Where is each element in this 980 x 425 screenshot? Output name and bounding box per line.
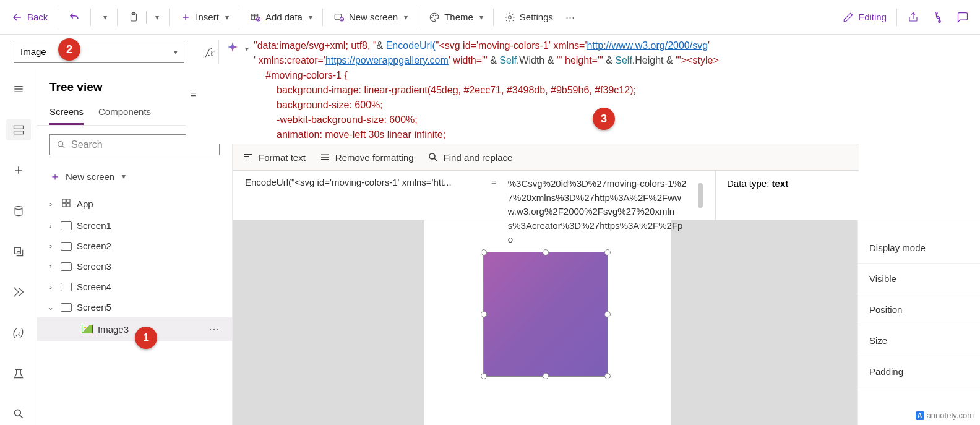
more-icon[interactable]: ⋯ [208,322,226,336]
resize-handle[interactable] [481,249,487,255]
resize-handle[interactable] [604,311,611,317]
back-button[interactable]: Back [5,7,54,27]
selected-image[interactable] [484,252,608,376]
svg-rect-19 [67,199,70,202]
tree-label: Screen2 [77,241,111,251]
screen-icon [61,242,72,251]
resize-handle[interactable] [543,373,549,379]
prop-padding[interactable]: Padding [858,356,980,387]
check-button[interactable] [926,7,950,27]
svg-point-11 [939,20,940,22]
settings-button[interactable]: Settings [497,7,559,27]
prop-display-mode[interactable]: Display mode [858,233,980,264]
tree-item-screen5[interactable]: ⌄ Screen5 [37,297,232,317]
rail-data[interactable] [6,200,31,222]
tab-components[interactable]: Components [98,103,151,125]
theme-button[interactable]: Theme ▾ [422,7,489,27]
formula-actions-bar: Format text Remove formatting Find and r… [233,144,859,171]
copilot-icon[interactable] [225,41,240,56]
remove-formatting-button[interactable]: Remove formatting [319,152,414,163]
separator [896,9,897,26]
back-label: Back [27,12,48,22]
rail-power-automate[interactable] [6,281,31,303]
rail-variables[interactable]: (𝑥) [6,322,31,344]
chevron-down-icon: ▾ [404,13,408,22]
rail-tools[interactable] [6,363,31,385]
tree-item-screen3[interactable]: › Screen3 [37,256,232,277]
evaluation-bar: EncodeUrl("<svg id='moving-colors-1' xml… [233,171,980,220]
tree-item-screen1[interactable]: › Screen1 [37,215,232,236]
plus-icon [179,11,192,24]
editing-label: Editing [858,12,887,22]
top-toolbar: Back ▾ ▾ Insert ▾ Add data ▾ New screen … [0,0,980,35]
chevron-right-icon: › [46,283,56,291]
separator [239,9,239,26]
property-dropdown[interactable]: Image ▾ [14,41,184,63]
svg-rect-18 [62,199,66,202]
tab-screens[interactable]: Screens [49,103,84,125]
resize-handle[interactable] [481,311,487,317]
tree-item-screen2[interactable]: › Screen2 [37,236,232,256]
insert-button[interactable]: Insert ▾ [173,7,235,27]
image-icon [82,325,93,333]
format-text-button[interactable]: Format text [243,152,306,163]
comment-button[interactable] [950,7,975,27]
svg-point-17 [58,142,63,147]
tree-label: Screen5 [77,302,111,312]
scrollbar[interactable] [698,183,703,208]
chevron-right-icon: › [46,200,56,208]
tree-item-app[interactable]: › App [37,192,232,215]
table-icon [249,11,262,24]
screen-plus-icon [333,11,345,24]
overflow-button[interactable]: ⋯ [559,8,581,27]
clipboard-icon [127,11,140,24]
resize-handle[interactable] [604,373,611,379]
svg-rect-20 [62,204,66,207]
tree-item-screen4[interactable]: › Screen4 [37,277,232,297]
svg-point-16 [14,410,20,416]
settings-label: Settings [520,12,553,22]
new-screen-button[interactable]: New screen ▾ [327,7,414,27]
resize-handle[interactable] [481,373,487,379]
screen-icon [61,303,72,312]
resize-handle[interactable] [543,249,549,255]
palette-icon [428,11,441,24]
paste-dropdown[interactable]: ▾ [147,9,165,25]
tree-new-screen[interactable]: ＋ New screen ▾ [37,164,232,192]
watermark: A annotely.com [916,411,974,420]
prop-position[interactable]: Position [858,294,980,325]
svg-rect-15 [14,247,20,254]
prop-visible[interactable]: Visible [858,264,980,294]
undo-dropdown[interactable]: ▾ [95,9,113,25]
plus-icon: ＋ [49,169,61,184]
prop-size[interactable]: Size [858,325,980,356]
annotation-badge-3: 3 [593,108,615,130]
rail-hamburger[interactable] [6,78,31,100]
new-screen-label: New screen [349,12,398,22]
resize-handle[interactable] [604,249,611,255]
paste-button[interactable] [121,7,146,27]
rail-insert[interactable] [6,159,31,181]
chevron-right-icon: › [46,262,56,271]
find-replace-button[interactable]: Find and replace [428,152,513,163]
svg-point-10 [935,12,937,14]
search-placeholder: Search [71,139,103,150]
chevron-down-icon[interactable]: ▾ [245,45,249,53]
rail-tree-view[interactable] [6,119,31,141]
datatype-panel: Data type: text [715,171,980,220]
separator [322,9,323,26]
pencil-icon [842,11,854,24]
undo-button[interactable] [62,7,87,27]
separator [90,9,91,26]
share-button[interactable] [901,7,926,27]
rail-search[interactable] [6,403,31,425]
chevron-down-icon: ▾ [479,13,483,22]
screen-canvas[interactable] [424,220,671,425]
svg-point-9 [509,15,512,19]
formula-text[interactable]: "data:image/svg+xml; utf8, "& EncodeUrl(… [254,38,719,142]
rail-media[interactable] [6,241,31,263]
annotation-badge-2: 2 [58,38,80,61]
editing-button[interactable]: Editing [836,7,893,27]
svg-point-22 [429,153,435,159]
add-data-button[interactable]: Add data ▾ [243,7,319,27]
